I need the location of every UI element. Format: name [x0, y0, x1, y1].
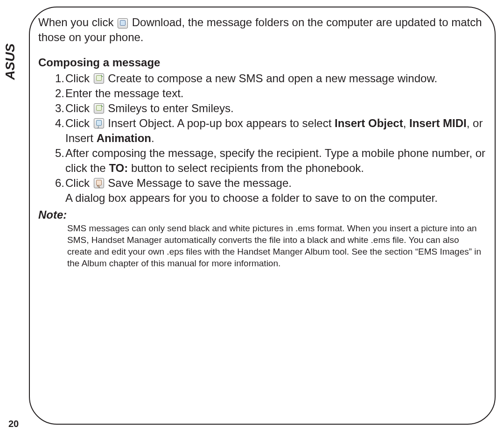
step-1: 1. Click Create to compose a new SMS and… [38, 71, 486, 86]
step-number: 5. [38, 146, 65, 176]
step-content: Click Insert Object. A pop-up box appear… [65, 116, 486, 146]
step-text-before: Click [65, 72, 93, 85]
bold-insert-object: Insert Object [335, 117, 403, 129]
step-text-b: button to select recipients from the pho… [128, 162, 364, 174]
content-frame: When you click Download, the message fol… [29, 7, 496, 425]
step-5: 5. After composing the message, specify … [38, 146, 486, 176]
step-3: 3. Click Smileys to enter Smileys. [38, 101, 486, 116]
bold-to: TO: [109, 162, 128, 174]
step-text-after: Create to compose a new SMS and open a n… [108, 72, 437, 85]
step-text-line2: A dialog box appears for you to choose a… [65, 192, 438, 204]
step-content: Enter the message text. [65, 86, 486, 101]
step-text-after: Save Message to save the message. [108, 177, 292, 189]
save-message-icon [94, 178, 104, 188]
step-text-after: Smileys to enter Smileys. [108, 102, 233, 114]
bold-animation: Animation [97, 132, 151, 144]
step-text-before: Click [65, 117, 93, 129]
manual-page: { "brand": "ASUS", "page_number": "20", … [0, 0, 504, 434]
step-number: 1. [38, 71, 65, 86]
step-text-a: Insert Object. A pop-up box appears to s… [108, 117, 335, 129]
intro-text-before: When you click [38, 16, 117, 28]
step-text-before: Click [65, 177, 93, 189]
step-number: 6. [38, 176, 65, 206]
step-number: 4. [38, 116, 65, 146]
step-text-tail: . [151, 132, 154, 144]
download-icon [118, 18, 128, 28]
steps-list: 1. Click Create to compose a new SMS and… [38, 71, 486, 206]
step-2: 2. Enter the message text. [38, 86, 486, 101]
asus-logo-text: ASUS [3, 43, 18, 80]
create-icon [94, 73, 104, 84]
page-number: 20 [8, 419, 19, 429]
step-6: 6. Click Save Message to save the messag… [38, 176, 486, 206]
insert-object-icon [94, 118, 104, 128]
step-number: 3. [38, 101, 65, 116]
note-label: Note: [38, 208, 486, 221]
step-content: After composing the message, specify the… [65, 146, 486, 176]
bold-insert-midi: Insert MIDI [409, 117, 467, 129]
step-text: Enter the message text. [65, 87, 183, 100]
step-number: 2. [38, 86, 65, 101]
step-text-before: Click [65, 102, 93, 114]
step-content: Click Save Message to save the message. … [65, 176, 486, 206]
smileys-icon [94, 103, 104, 114]
intro-paragraph: When you click Download, the message fol… [38, 15, 486, 45]
step-content: Click Create to compose a new SMS and op… [65, 71, 486, 86]
step-content: Click Smileys to enter Smileys. [65, 101, 486, 116]
section-heading: Composing a message [38, 56, 486, 69]
note-body: SMS messages can only send black and whi… [38, 222, 486, 269]
asus-logo: ASUS [5, 29, 16, 94]
step-text-mid-a: , [403, 117, 409, 129]
step-4: 4. Click Insert Object. A pop-up box app… [38, 116, 486, 146]
